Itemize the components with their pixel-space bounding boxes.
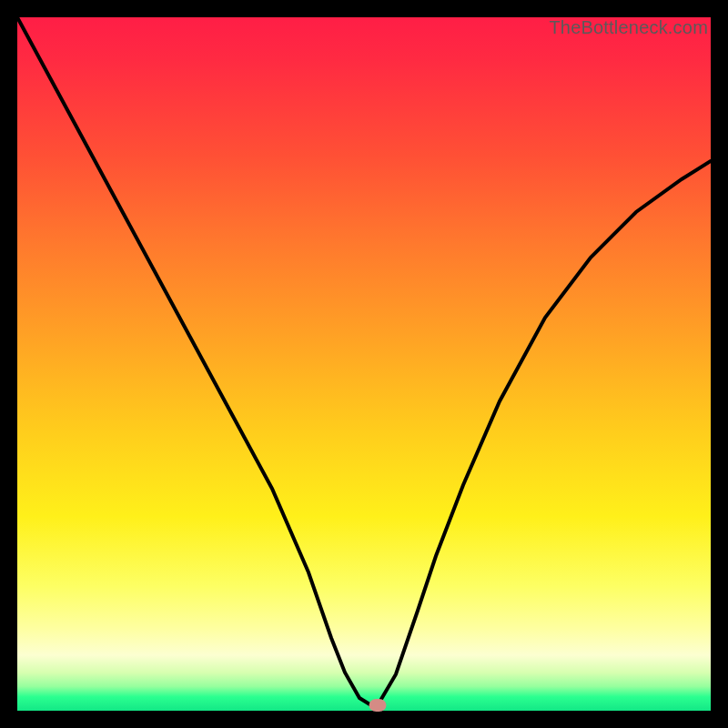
chart-frame: TheBottleneck.com — [17, 17, 711, 711]
optimum-marker — [369, 699, 387, 712]
attribution-text: TheBottleneck.com — [549, 17, 708, 38]
bottleneck-curve — [17, 17, 711, 711]
